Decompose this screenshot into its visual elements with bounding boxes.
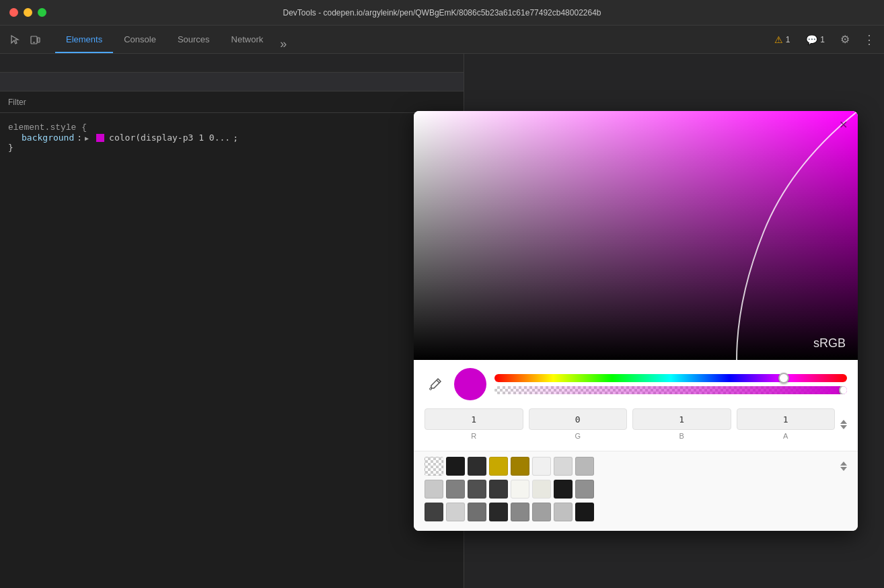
channel-r-field: R [425, 408, 523, 440]
channel-b-input[interactable] [632, 408, 731, 430]
swatches-scroll-arrows[interactable] [840, 462, 847, 471]
console-icon: 💬 [806, 34, 817, 45]
filter-label: Filter [8, 98, 26, 107]
hue-slider[interactable] [494, 374, 847, 382]
eyedropper-button[interactable] [425, 373, 446, 395]
swatch-mg1[interactable] [446, 480, 465, 499]
alpha-slider[interactable] [494, 386, 847, 394]
swatch-dark1[interactable] [468, 457, 486, 476]
swatch-black1[interactable] [446, 457, 465, 476]
swatch-lg1[interactable] [425, 480, 443, 499]
color-picker-popup: ✕ sRGB [414, 111, 858, 531]
swatch-dg4[interactable] [489, 503, 508, 521]
swatch-gold2[interactable] [511, 457, 529, 476]
right-panel: ✕ sRGB [464, 54, 884, 588]
alpha-gradient [494, 386, 847, 394]
channel-a-label: A [783, 432, 788, 440]
left-panel: Filter element.style { background : ▶ co… [0, 54, 464, 588]
maximize-traffic-light[interactable] [38, 8, 46, 17]
swatch-gray2[interactable] [575, 457, 594, 476]
rule-close-brace: } [8, 143, 455, 153]
rule-selector: element.style { [8, 122, 455, 133]
tab-console[interactable]: Console [113, 26, 167, 53]
picker-bottom: R G B A [414, 360, 858, 451]
channel-g-field: G [529, 408, 628, 440]
hue-thumb [778, 373, 789, 383]
swatch-off-white[interactable] [532, 480, 551, 499]
device-toolbar-button[interactable] [26, 30, 44, 49]
channel-g-input[interactable] [529, 408, 628, 430]
swatch-gray1[interactable] [554, 457, 573, 476]
swatches-down-arrow[interactable] [840, 467, 847, 471]
close-traffic-light[interactable] [9, 8, 18, 17]
alpha-thumb [839, 386, 847, 394]
swatch-mg5[interactable] [532, 503, 551, 521]
gradient-dark [414, 111, 858, 360]
tab-sources[interactable]: Sources [167, 26, 221, 53]
svg-point-4 [430, 388, 432, 390]
tab-elements[interactable]: Elements [55, 26, 113, 53]
swatch-black3[interactable] [575, 503, 594, 521]
swatch-lg3[interactable] [554, 503, 573, 521]
channel-down-arrow[interactable] [840, 425, 847, 429]
swatches-section [414, 451, 858, 531]
filter-bar: Filter [0, 91, 464, 113]
swatch-dg1[interactable] [468, 480, 486, 499]
toolbar-left-icons [5, 30, 44, 49]
channel-a-input[interactable] [737, 408, 836, 430]
style-rule-element: element.style { background : ▶ color(dis… [0, 118, 464, 157]
channel-a-field: A [737, 408, 836, 440]
settings-button[interactable]: ⚙ [836, 30, 854, 49]
window-title: DevTools - codepen.io/argyleink/pen/QWBg… [283, 8, 601, 17]
sliders-area [494, 374, 847, 394]
traffic-lights [9, 8, 46, 17]
channel-b-label: B [679, 432, 684, 440]
console-messages-button[interactable]: 💬 1 [801, 32, 830, 48]
swatch-gold1[interactable] [489, 457, 508, 476]
element-bar [0, 73, 464, 91]
channel-increment-arrows[interactable] [840, 420, 847, 429]
rule-property: background : ▶ color(display-p3 1 0... ; [8, 133, 455, 143]
svg-rect-1 [38, 38, 40, 42]
prop-name: background [22, 133, 74, 143]
channel-inputs: R G B A [425, 408, 847, 440]
swatch-black2[interactable] [554, 480, 573, 499]
color-preview-circle [454, 368, 486, 400]
swatch-mg4[interactable] [511, 503, 529, 521]
styles-area: element.style { background : ▶ color(dis… [0, 113, 464, 588]
devtools-toolbar: Elements Console Sources Network » ⚠ 1 💬… [0, 26, 884, 54]
swatch-mg3[interactable] [468, 503, 486, 521]
more-tabs-button[interactable]: » [274, 34, 293, 53]
swatches-row-2 [425, 480, 847, 499]
breadcrumb-bar [0, 54, 464, 73]
channel-up-arrow[interactable] [840, 420, 847, 424]
warning-icon: ⚠ [774, 34, 783, 45]
devtools-tabs: Elements Console Sources Network » [55, 26, 293, 53]
prop-colon: : [77, 133, 82, 143]
tab-network[interactable]: Network [221, 26, 274, 53]
picker-controls-row [425, 368, 847, 400]
select-element-button[interactable] [5, 30, 24, 49]
srgb-label: sRGB [813, 336, 846, 351]
swatches-row-1 [425, 457, 847, 476]
swatch-transparent[interactable] [425, 457, 443, 476]
more-options-button[interactable]: ⋮ [860, 30, 879, 49]
color-picker-close-button[interactable]: ✕ [836, 118, 850, 131]
swatch-white1[interactable] [532, 457, 551, 476]
swatch-mg2[interactable] [575, 480, 594, 499]
swatch-dg2[interactable] [489, 480, 508, 499]
swatch-dg3[interactable] [425, 503, 443, 521]
swatch-lg2[interactable] [446, 503, 465, 521]
channel-b-field: B [632, 408, 731, 440]
toolbar-right: ⚠ 1 💬 1 ⚙ ⋮ [769, 30, 879, 49]
color-swatch-indicator[interactable] [96, 134, 104, 142]
swatches-up-arrow[interactable] [840, 462, 847, 466]
warnings-button[interactable]: ⚠ 1 [769, 32, 796, 48]
expand-triangle[interactable]: ▶ [85, 135, 91, 141]
swatch-cream[interactable] [511, 480, 529, 499]
minimize-traffic-light[interactable] [24, 8, 32, 17]
titlebar: DevTools - codepen.io/argyleink/pen/QWBg… [0, 0, 884, 26]
color-gradient-area[interactable]: ✕ sRGB [414, 111, 858, 360]
prop-semicolon: ; [233, 133, 238, 143]
channel-r-input[interactable] [425, 408, 523, 430]
